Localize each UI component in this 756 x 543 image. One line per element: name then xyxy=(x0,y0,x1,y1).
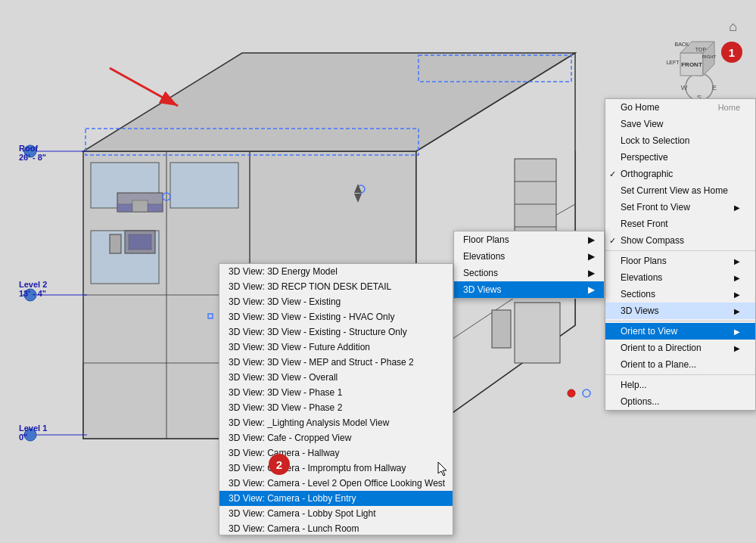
menu-orient-to-plane[interactable]: Orient to a Plane... xyxy=(605,356,755,373)
view-camera-level2-office[interactable]: 3D View: Camera - Level 2 Open Office Lo… xyxy=(219,476,453,491)
view-structure-only[interactable]: 3D View: 3D View - Existing - Structure … xyxy=(219,324,453,340)
view-mep-struct-phase2[interactable]: 3D View: 3D View - MEP and Struct - Phas… xyxy=(219,355,453,370)
menu-save-view[interactable]: Save View xyxy=(605,116,755,132)
view-3d-existing[interactable]: 3D View: 3D View - Existing xyxy=(219,294,453,309)
svg-text:W: W xyxy=(681,84,688,92)
separator-2 xyxy=(605,321,755,321)
submenu-floor-plans[interactable]: Floor Plans ▶ xyxy=(454,231,604,248)
home-icon[interactable]: ⌂ xyxy=(729,19,737,35)
svg-text:RIGHT: RIGHT xyxy=(702,54,717,59)
view-future-addition[interactable]: 3D View: 3D View - Future Addition xyxy=(219,340,453,355)
menu-reset-front[interactable]: Reset Front xyxy=(605,216,755,232)
menu-set-current-view-as-home[interactable]: Set Current View as Home xyxy=(605,182,755,199)
svg-rect-22 xyxy=(129,234,151,250)
separator-3 xyxy=(605,374,755,375)
3d-views-submenu: 3D View: 3D Energy Model 3D View: 3D REC… xyxy=(219,263,453,535)
svg-text:E: E xyxy=(712,84,717,92)
svg-marker-66 xyxy=(438,462,446,476)
red-arrow-annotation xyxy=(102,61,193,123)
view-energy-model[interactable]: 3D View: 3D Energy Model xyxy=(219,264,453,279)
svg-rect-23 xyxy=(110,234,121,253)
menu-sections[interactable]: Sections ▶ xyxy=(605,286,755,303)
svg-point-47 xyxy=(568,389,575,397)
views-submenu: Floor Plans ▶ Elevations ▶ Sections ▶ 3D… xyxy=(453,231,605,299)
menu-3d-views[interactable]: 3D Views ▶ xyxy=(605,303,755,319)
menu-orient-to-direction[interactable]: Orient to a Direction ▶ xyxy=(605,340,755,356)
svg-text:FRONT: FRONT xyxy=(681,61,702,68)
menu-orient-to-view[interactable]: Orient to View ▶ xyxy=(605,323,755,340)
svg-rect-12 xyxy=(170,163,238,208)
view-camera-lunch-room[interactable]: 3D View: Camera - Lunch Room xyxy=(219,521,453,535)
menu-show-compass[interactable]: Show Compass xyxy=(605,232,755,249)
level2-label: Level 213' - 4" xyxy=(19,280,47,298)
menu-set-front-to-view[interactable]: Set Front to View ▶ xyxy=(605,199,755,216)
menu-lock-to-selection[interactable]: Lock to Selection xyxy=(605,132,755,149)
roof-label: Roof26' - 8" xyxy=(19,144,46,162)
menu-elevations[interactable]: Elevations ▶ xyxy=(605,269,755,286)
view-overall[interactable]: 3D View: 3D View - Overall xyxy=(219,370,453,385)
level1-label: Level 10" xyxy=(19,424,47,442)
svg-line-52 xyxy=(110,68,178,106)
menu-perspective[interactable]: Perspective xyxy=(605,149,755,166)
mouse-cursor xyxy=(437,461,446,475)
view-camera-lobby-entry[interactable]: 3D View: Camera - Lobby Entry xyxy=(219,491,453,506)
svg-text:LEFT: LEFT xyxy=(666,60,680,65)
menu-orthographic[interactable]: Orthographic xyxy=(605,166,755,182)
svg-rect-28 xyxy=(492,310,511,348)
svg-rect-26 xyxy=(132,200,148,212)
badge-1: 1 xyxy=(721,42,742,63)
submenu-elevations[interactable]: Elevations ▶ xyxy=(454,248,604,265)
menu-go-home[interactable]: Go Home Home xyxy=(605,99,755,116)
view-cafe-cropped[interactable]: 3D View: Cafe - Cropped View xyxy=(219,430,453,445)
context-menu: Go Home Home Save View Lock to Selection… xyxy=(605,98,756,411)
badge-2: 2 xyxy=(269,454,290,475)
view-hvac-only[interactable]: 3D View: 3D View - Existing - HVAC Only xyxy=(219,309,453,324)
submenu-3d-views[interactable]: 3D Views ▶ xyxy=(454,281,604,298)
view-camera-hallway[interactable]: 3D View: Camera - Hallway xyxy=(219,445,453,461)
svg-text:BACK: BACK xyxy=(674,42,689,47)
view-phase1[interactable]: 3D View: 3D View - Phase 1 xyxy=(219,385,453,400)
view-reception-desk[interactable]: 3D View: 3D RECP TION DESK DETAIL xyxy=(219,279,453,294)
menu-help[interactable]: Help... xyxy=(605,377,755,393)
app: Roof26' - 8" Level 213' - 4" Level 10" N… xyxy=(0,0,756,543)
separator-1 xyxy=(605,250,755,251)
svg-rect-27 xyxy=(515,303,560,363)
menu-floor-plans[interactable]: Floor Plans ▶ xyxy=(605,253,755,269)
view-camera-impromptu[interactable]: 3D View: Camera - Impromptu from Hallway xyxy=(219,461,453,476)
view-phase2[interactable]: 3D View: 3D View - Phase 2 xyxy=(219,400,453,415)
svg-text:TOP: TOP xyxy=(695,47,707,52)
submenu-sections[interactable]: Sections ▶ xyxy=(454,265,604,281)
view-camera-lobby-spotlight[interactable]: 3D View: Camera - Lobby Spot Light xyxy=(219,506,453,521)
menu-options[interactable]: Options... xyxy=(605,393,755,410)
view-lighting-analysis[interactable]: 3D View: _Lighting Analysis Model View xyxy=(219,415,453,430)
